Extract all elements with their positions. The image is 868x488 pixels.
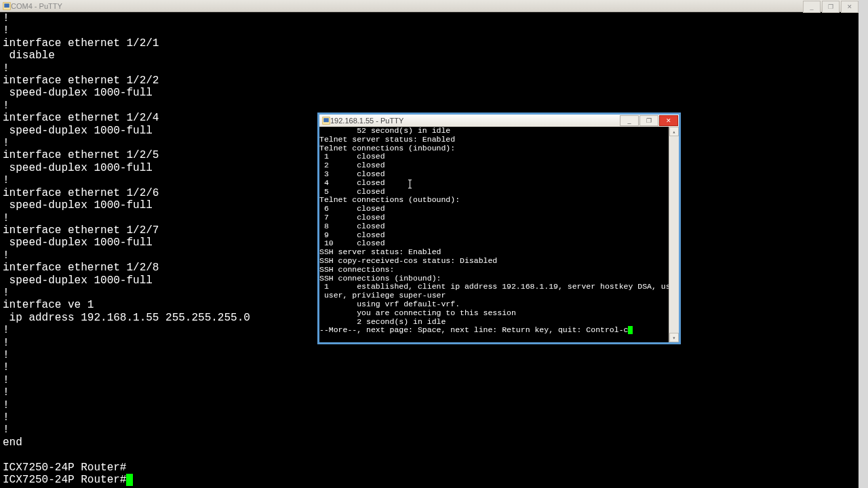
minimize-button[interactable]: _ — [620, 115, 639, 126]
cursor-block — [126, 474, 133, 486]
svg-rect-3 — [323, 118, 329, 122]
bg-window-titlebar[interactable]: COM4 - PuTTY _ ❐ ✕ — [0, 0, 859, 12]
scroll-up-button[interactable]: ▴ — [669, 127, 679, 136]
close-button[interactable]: ✕ — [841, 1, 859, 13]
fg-window-buttons: _ ❐ ✕ — [620, 115, 679, 127]
putty-icon — [3, 2, 11, 10]
maximize-button[interactable]: ❐ — [822, 1, 840, 13]
bg-window-title: COM4 - PuTTY — [11, 2, 802, 10]
maximize-button[interactable]: ❐ — [639, 115, 658, 126]
fg-window-title: 192.168.1.55 - PuTTY — [330, 117, 403, 125]
minimize-button[interactable]: _ — [803, 1, 821, 13]
text-caret-icon — [410, 180, 410, 188]
scroll-down-button[interactable]: ▾ — [669, 333, 679, 342]
svg-rect-1 — [4, 3, 9, 7]
fg-terminal-area[interactable]: 52 second(s) in idle Telnet server statu… — [319, 127, 669, 342]
fg-window-titlebar[interactable]: 192.168.1.55 - PuTTY _ ❐ ✕ — [319, 115, 679, 127]
cursor-block — [628, 326, 633, 334]
bg-window-buttons: _ ❐ ✕ — [802, 0, 859, 12]
scroll-track[interactable] — [669, 136, 679, 333]
desktop-background-sliver — [859, 0, 868, 488]
scrollbar[interactable]: ▴ ▾ — [669, 127, 679, 342]
putty-window-foreground: 192.168.1.55 - PuTTY _ ❐ ✕ 52 second(s) … — [317, 113, 681, 344]
close-button[interactable]: ✕ — [659, 115, 678, 126]
putty-icon — [322, 117, 330, 125]
